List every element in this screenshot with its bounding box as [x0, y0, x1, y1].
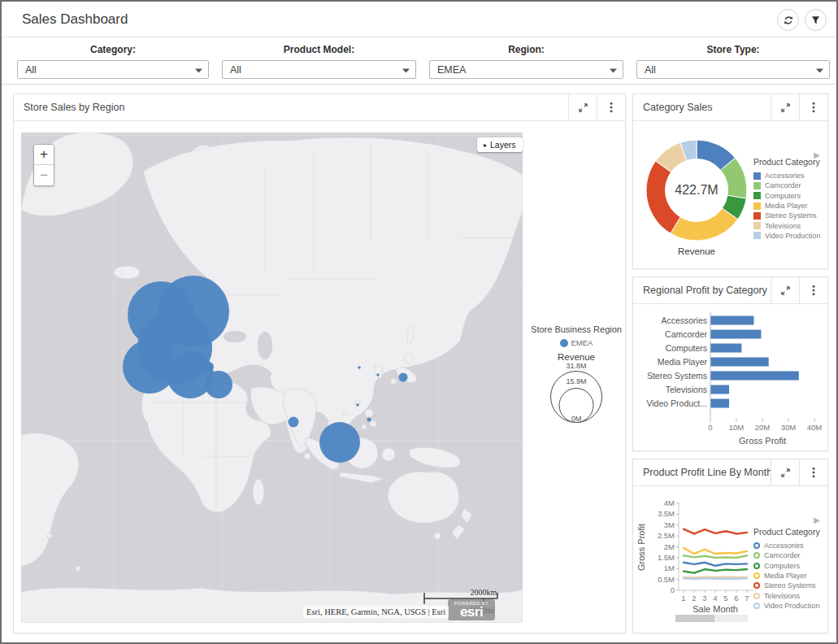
svg-text:15.9M: 15.9M: [566, 377, 586, 385]
filter-column-region: Region:EMEA: [429, 37, 623, 84]
regional-profit-menu-button[interactable]: [799, 277, 827, 303]
y-axis-tick-label: 1.5M: [658, 553, 675, 562]
layers-button[interactable]: ▸ Layers: [477, 137, 523, 152]
line-series-televisions[interactable]: [684, 577, 747, 577]
line-series-camcorder[interactable]: [684, 555, 747, 558]
map-expand-button[interactable]: [568, 94, 597, 120]
legend-item-label: Video Production: [765, 232, 820, 240]
page-title: Sales Dashboard: [22, 11, 128, 28]
ring-swatch-icon: [753, 572, 760, 579]
filter-button[interactable]: [805, 9, 827, 31]
line-series-accessories[interactable]: [684, 563, 747, 566]
legend-item-label: Camcorder: [765, 181, 801, 189]
legend-item-computers: Computers: [753, 561, 828, 571]
ring-swatch-icon: [753, 552, 760, 559]
legend-item-label: Media Player: [764, 572, 807, 580]
bar-category-label: Accessories: [661, 315, 707, 325]
x-axis-tick-label: 3: [702, 594, 706, 603]
map-bubble[interactable]: [367, 418, 371, 422]
map-bubble[interactable]: [204, 362, 214, 372]
legend-item-stereo-systems: Stereo Systems: [753, 581, 828, 590]
square-swatch-icon: [753, 172, 761, 180]
donut-segment-stereo-systems[interactable]: [646, 161, 680, 233]
world-map[interactable]: [21, 133, 523, 623]
category-sales-menu-button[interactable]: [799, 94, 827, 120]
bar-televisions[interactable]: [710, 385, 729, 394]
filter-value: All: [223, 64, 241, 76]
x-axis-tick-label: 10M: [729, 423, 745, 432]
bar-computers[interactable]: [710, 344, 741, 353]
filter-dropdown-store-type[interactable]: All: [636, 60, 830, 79]
expand-icon: [578, 102, 588, 113]
product-profit-line-menu-button[interactable]: [799, 459, 827, 485]
product-profit-line-body: 00.5M1M1.5M2M2.5M3M3.5M4M1234567Sale Mon…: [633, 486, 827, 633]
bar-camcorder[interactable]: [710, 330, 761, 339]
legend-item-label: Computers: [764, 562, 800, 570]
map-legend: Store Business Region EMEA Revenue 31.8M…: [526, 324, 627, 430]
chevron-down-icon: [195, 68, 202, 73]
bar-media-player[interactable]: [710, 358, 769, 367]
product-profit-line-title: Product Profit Line By Month: [633, 459, 771, 485]
y-axis-tick-label: 1M: [664, 564, 675, 572]
map-bubble[interactable]: [376, 373, 380, 376]
map-panel-header: Store Sales by Region: [14, 94, 625, 121]
category-sales-body: 422.7MRevenue ▶ Product CategoryAccessor…: [633, 121, 827, 269]
map-bubble[interactable]: [358, 366, 361, 369]
zoom-in-button[interactable]: +: [34, 145, 54, 165]
bar-category-label: Media Player: [658, 357, 708, 367]
filter-column-product-model: Product Model:All: [222, 37, 416, 84]
donut-segment-media-player[interactable]: [671, 208, 738, 241]
bar-stereo-systems[interactable]: [710, 372, 799, 381]
x-axis-tick-label: 6: [734, 594, 738, 603]
filter-label: Product Model:: [222, 44, 416, 55]
map-bubble[interactable]: [289, 417, 299, 428]
category-sales-expand-button[interactable]: [771, 94, 799, 120]
filter-dropdown-region[interactable]: EMEA: [429, 60, 623, 79]
regional-profit-expand-button[interactable]: [771, 277, 799, 303]
regional-profit-panel: Regional Profit by Category AccessoriesC…: [632, 276, 828, 451]
line-series-media-player[interactable]: [684, 548, 747, 554]
product-profit-line-expand-button[interactable]: [771, 459, 799, 485]
filter-column-store-type: Store Type:All: [636, 37, 830, 84]
bar-chart[interactable]: AccessoriesCamcorderComputersMedia Playe…: [633, 304, 827, 451]
regional-profit-body: AccessoriesCamcorderComputersMedia Playe…: [633, 304, 827, 451]
layers-label: Layers: [490, 140, 516, 150]
x-scrollbar-track[interactable]: [675, 615, 748, 622]
refresh-button[interactable]: [777, 9, 799, 31]
dashboard-content: Store Sales by Region: [2, 85, 836, 641]
donut-chart[interactable]: 422.7MRevenue: [644, 137, 749, 258]
square-swatch-icon: [753, 222, 761, 229]
expand-icon: [780, 468, 791, 478]
x-axis-tick-label: 0: [708, 423, 712, 432]
legend-item-video-production: Video Production: [753, 231, 828, 241]
map-bubble[interactable]: [356, 403, 359, 407]
line-series-video-production[interactable]: [684, 578, 747, 579]
legend-next-arrow[interactable]: ▶: [814, 516, 820, 524]
map-bubble[interactable]: [319, 422, 360, 463]
map-bubble[interactable]: [205, 371, 232, 398]
legend-item-label: Televisions: [765, 222, 801, 230]
line-series-computers[interactable]: [684, 569, 747, 573]
filter-dropdown-product-model[interactable]: All: [222, 60, 416, 79]
map-panel: Store Sales by Region: [13, 94, 626, 633]
line-chart[interactable]: 00.5M1M1.5M2M2.5M3M3.5M4M1234567Sale Mon…: [633, 486, 755, 615]
bar-category-label: Video Product...: [646, 398, 707, 408]
filter-dropdown-category[interactable]: All: [17, 60, 209, 79]
bar-video-product[interactable]: [710, 399, 729, 408]
legend-item-camcorder: Camcorder: [753, 181, 828, 190]
map-bubble[interactable]: [399, 373, 408, 382]
legend-item-camcorder: Camcorder: [753, 550, 828, 560]
bar-category-label: Televisions: [666, 385, 707, 394]
map-menu-button[interactable]: [597, 94, 625, 120]
bar-accessories[interactable]: [710, 316, 753, 325]
x-scrollbar-thumb[interactable]: [675, 615, 714, 622]
zoom-out-button[interactable]: −: [34, 165, 54, 185]
legend-item-label: Stereo Systems: [764, 581, 816, 590]
map-body: + − ▸ Layers 2000km 1000mi: [14, 121, 625, 633]
y-axis-tick-label: 2.5M: [658, 531, 675, 540]
legend-title: Product Category: [753, 157, 828, 167]
line-series-stereo-systems[interactable]: [684, 529, 747, 534]
legend-item-media-player: Media Player: [753, 571, 828, 581]
donut-legend: Product CategoryAccessoriesCamcorderComp…: [753, 157, 828, 241]
legend-item-label: Televisions: [764, 592, 800, 600]
